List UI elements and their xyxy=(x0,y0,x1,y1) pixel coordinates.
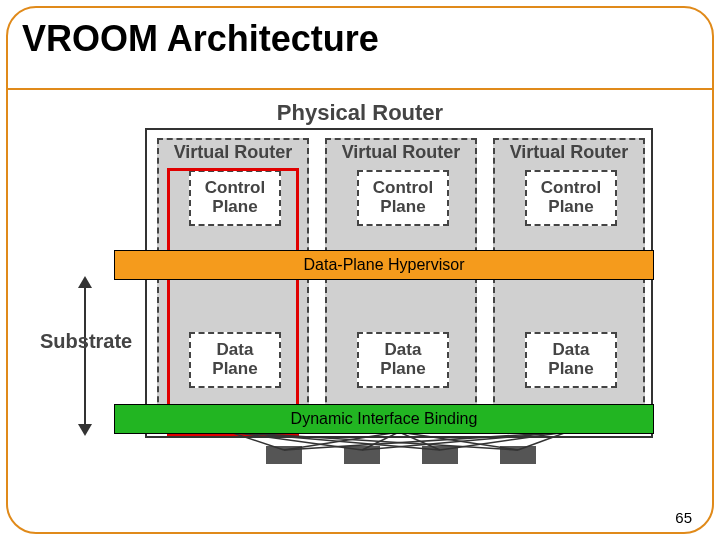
control-plane-1: ControlPlane xyxy=(189,170,281,226)
virtual-router-1: Virtual Router ControlPlane DataPlane xyxy=(157,138,309,432)
virtual-router-2: Virtual Router ControlPlane DataPlane xyxy=(325,138,477,432)
data-plane-1: DataPlane xyxy=(189,332,281,388)
page-number: 65 xyxy=(675,509,692,526)
data-plane-hypervisor-bar: Data-Plane Hypervisor xyxy=(114,250,654,280)
architecture-diagram: Physical Router Substrate Virtual Router… xyxy=(50,100,670,480)
slide-title: VROOM Architecture xyxy=(22,18,379,60)
virtual-router-1-label: Virtual Router xyxy=(159,142,307,163)
control-plane-3: ControlPlane xyxy=(525,170,617,226)
substrate-label: Substrate xyxy=(40,330,132,353)
nic-connection-lines xyxy=(145,432,653,458)
substrate-arrow-line xyxy=(84,284,86,426)
virtual-router-2-label: Virtual Router xyxy=(327,142,475,163)
physical-router-box: Virtual Router ControlPlane DataPlane Vi… xyxy=(145,128,653,438)
data-plane-2: DataPlane xyxy=(357,332,449,388)
data-plane-3: DataPlane xyxy=(525,332,617,388)
title-divider xyxy=(8,88,712,90)
virtual-router-3-label: Virtual Router xyxy=(495,142,643,163)
control-plane-2: ControlPlane xyxy=(357,170,449,226)
physical-router-label: Physical Router xyxy=(50,100,670,126)
substrate-arrow-down-icon xyxy=(78,424,92,436)
dynamic-interface-binding-bar: Dynamic Interface Binding xyxy=(114,404,654,434)
virtual-router-3: Virtual Router ControlPlane DataPlane xyxy=(493,138,645,432)
svg-line-9 xyxy=(230,432,518,450)
